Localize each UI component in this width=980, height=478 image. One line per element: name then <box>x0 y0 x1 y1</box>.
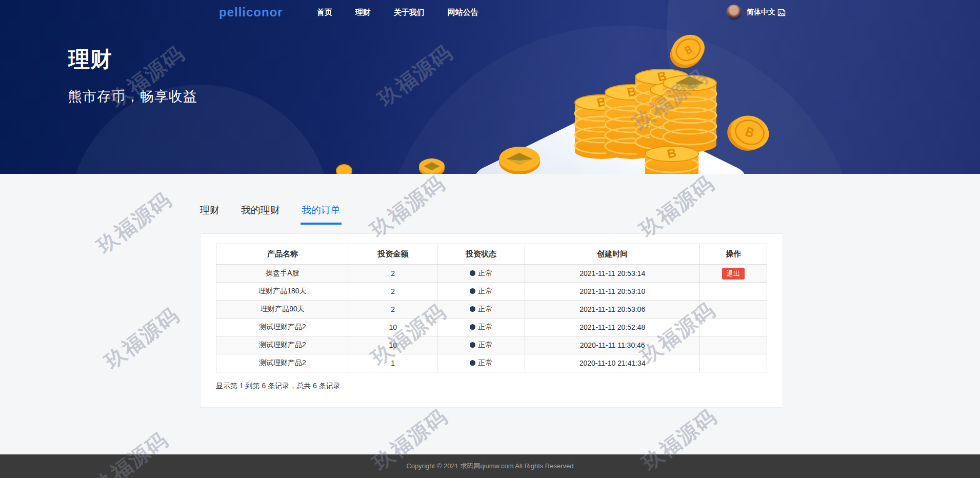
cell-action <box>699 301 767 318</box>
status-label: 正常 <box>478 305 493 313</box>
records-summary: 显示第 1 到第 6 条记录，总共 6 条记录 <box>216 382 767 391</box>
cell-action <box>699 318 767 336</box>
table-row: 操盘手A股 2 正常 2021-11-11 20:53:14 退出 <box>216 265 767 283</box>
status-dot-icon <box>470 342 475 348</box>
status-dot-icon <box>470 288 475 294</box>
cell-created: 2021-11-11 20:53:06 <box>525 301 699 318</box>
cell-created: 2021-11-11 20:53:14 <box>525 265 699 283</box>
user-avatar[interactable] <box>726 5 742 20</box>
cell-created: 2021-11-11 20:53:10 <box>525 283 699 301</box>
status-dot-icon <box>470 360 475 366</box>
status-dot-icon <box>470 306 475 312</box>
page-footer: Copyright © 2021 求码网qiumw.com All Rights… <box>0 454 980 478</box>
cell-created: 2020-11-10 21:41:34 <box>525 354 699 372</box>
cell-status: 正常 <box>437 283 525 301</box>
nav-item-finance[interactable]: 理财 <box>355 8 371 17</box>
table-row: 测试理财产品2 10 正常 2021-11-11 20:52:48 <box>216 318 767 336</box>
tab-my-orders[interactable]: 我的订单 <box>302 204 341 225</box>
tab-my-finance[interactable]: 我的理财 <box>241 204 280 225</box>
nav-item-home[interactable]: 首页 <box>317 8 332 17</box>
cell-amount: 10 <box>349 336 437 354</box>
cell-action: 退出 <box>699 265 767 283</box>
nav-links: 首页 理财 关于我们 网站公告 <box>317 8 478 17</box>
cell-action <box>699 336 767 354</box>
cell-status: 正常 <box>437 265 525 283</box>
cell-amount: 2 <box>349 283 437 301</box>
hero-subtitle: 熊市存币，畅享收益 <box>68 87 197 106</box>
header-action: 操作 <box>699 244 767 265</box>
status-label: 正常 <box>478 341 493 349</box>
cell-product: 测试理财产品2 <box>216 336 349 354</box>
tab-finance[interactable]: 理财 <box>200 204 219 225</box>
cell-status: 正常 <box>437 336 525 354</box>
cell-status: 正常 <box>437 354 525 372</box>
nav-item-notice[interactable]: 网站公告 <box>448 8 478 17</box>
cell-action <box>699 354 767 372</box>
status-label: 正常 <box>478 269 493 277</box>
status-label: 正常 <box>478 323 493 331</box>
status-label: 正常 <box>478 287 493 295</box>
cell-amount: 1 <box>349 354 437 372</box>
cell-status: 正常 <box>437 318 525 336</box>
table-header-row: 产品名称 投资金额 投资状态 创建时间 操作 <box>216 244 767 265</box>
cell-product: 测试理财产品2 <box>216 354 349 372</box>
header-product: 产品名称 <box>216 244 349 265</box>
cell-product: 理财产品180天 <box>216 283 349 301</box>
cell-created: 2021-11-11 20:52:48 <box>525 318 699 336</box>
cell-action <box>699 283 767 301</box>
coins-illustration: B B B <box>318 0 779 174</box>
hero-text: 理财 熊市存币，畅享收益 <box>68 45 197 106</box>
header-created: 创建时间 <box>525 244 699 265</box>
header-amount: 投资金额 <box>349 244 437 265</box>
broken-image-icon <box>777 9 786 16</box>
nav-item-about[interactable]: 关于我们 <box>394 8 425 17</box>
status-dot-icon <box>470 270 475 276</box>
cell-amount: 2 <box>349 265 437 283</box>
orders-table: 产品名称 投资金额 投资状态 创建时间 操作 操盘手A股 2 正常 2021-1… <box>216 244 767 372</box>
table-row: 测试理财产品2 10 正常 2020-11-11 11:30:46 <box>216 336 767 354</box>
table-row: 理财产品180天 2 正常 2021-11-11 20:53:10 <box>216 283 767 301</box>
copyright-text: Copyright © 2021 求码网qiumw.com All Rights… <box>406 462 573 471</box>
table-row: 测试理财产品2 1 正常 2020-11-10 21:41:34 <box>216 354 767 372</box>
main-section: 理财 我的理财 我的订单 产品名称 投资金额 投资状态 创建时间 操作 操盘手A… <box>0 174 980 454</box>
language-label: 简体中文 <box>747 8 775 17</box>
cell-status: 正常 <box>437 301 525 318</box>
hero-banner: B B B <box>0 0 980 174</box>
cell-product: 测试理财产品2 <box>216 318 349 336</box>
hero-title: 理财 <box>68 45 197 74</box>
cell-created: 2020-11-11 11:30:46 <box>525 336 699 354</box>
language-selector[interactable]: 简体中文 <box>747 8 786 17</box>
exit-button[interactable]: 退出 <box>722 268 745 280</box>
status-dot-icon <box>470 324 475 330</box>
table-row: 理财产品90天 2 正常 2021-11-11 20:53:06 <box>216 301 767 318</box>
cell-product: 理财产品90天 <box>216 301 349 318</box>
cell-amount: 10 <box>349 318 437 336</box>
orders-table-body: 操盘手A股 2 正常 2021-11-11 20:53:14 退出 理财产品18… <box>216 265 767 372</box>
tab-bar: 理财 我的理财 我的订单 <box>0 174 980 225</box>
brand-logo[interactable]: pelliconor <box>219 5 283 19</box>
nav-right: 简体中文 <box>726 0 786 25</box>
status-label: 正常 <box>478 358 493 367</box>
top-navbar: pelliconor 首页 理财 关于我们 网站公告 简体中文 <box>0 0 980 25</box>
orders-card: 产品名称 投资金额 投资状态 创建时间 操作 操盘手A股 2 正常 2021-1… <box>200 233 783 408</box>
cell-amount: 2 <box>349 301 437 318</box>
cell-product: 操盘手A股 <box>216 265 349 283</box>
header-status: 投资状态 <box>437 244 525 265</box>
